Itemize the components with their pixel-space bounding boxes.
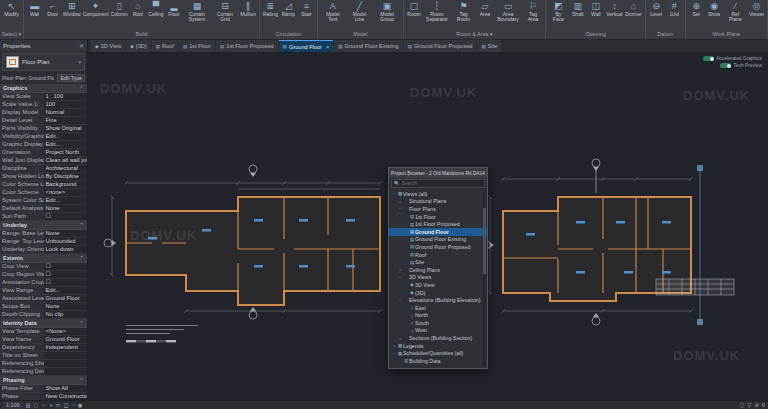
property-value[interactable]: Clean all wall joins [44,157,88,164]
edit-type-button[interactable]: Edit Type [57,74,85,82]
ref-plane-button[interactable]: ∕Ref Plane [724,1,747,23]
model-line-button[interactable]: ╱Model Line [347,1,373,23]
property-value[interactable]: Edit... [44,133,88,140]
property-value[interactable]: Normal [44,109,88,116]
sun-path-icon[interactable]: ☼ [41,401,46,409]
tree-item-east[interactable]: ⌂East [389,304,487,312]
property-value[interactable]: Edit... [44,287,88,294]
set-button[interactable]: ⊕Set [688,1,705,17]
property-section-header[interactable]: Graphics⌃ [0,84,87,93]
by-face-button[interactable]: ◩By Face [548,1,568,23]
property-section-header[interactable]: Phasing⌃ [0,376,87,385]
accelerated-graphics-toggle[interactable] [703,56,714,61]
tree-item-site[interactable]: ▤Site [389,258,487,266]
viewer-button[interactable]: ◎Viewer [748,1,765,17]
mullion-button[interactable]: ∥Mullion [239,1,256,17]
tree-item-structural-plans[interactable]: +Structural Plans [389,198,487,206]
tree-item--3d-[interactable]: ◆{3D} [389,289,487,297]
property-section-header[interactable]: Extents⌃ [0,254,87,263]
property-value[interactable]: 100 [44,101,88,108]
modify-button[interactable]: ↖Modify [3,1,20,17]
tree-item-views-all-[interactable]: −▦Views (all) [389,190,487,198]
view-tab-1st-floor-proposed[interactable]: ▤1st Floor Proposed [216,40,278,52]
property-section-header[interactable]: Identity Data⌃ [0,319,87,328]
property-value[interactable]: ☐ [44,279,88,286]
model-text-button[interactable]: AModel Text [320,1,346,23]
property-value[interactable] [44,352,88,359]
area-button[interactable]: ▱Area [476,1,493,17]
property-value[interactable]: Show Original [44,125,88,132]
curtain-grid-button[interactable]: ⊟Curtain Grid [211,1,238,23]
close-icon[interactable]: ✕ [79,42,84,49]
view-tab-3d-view[interactable]: ◆3D View [91,40,125,52]
wall-button[interactable]: ▬Wall [26,1,43,17]
component-button[interactable]: ✦Component [82,1,109,17]
tree-item-schedules-quantities-all-[interactable]: −▦Schedules/Quantities (all) [389,349,487,357]
stair-button[interactable]: ≡Stair [298,1,315,17]
property-value[interactable]: <none> [44,189,88,196]
room-button[interactable]: ▢Room [406,1,423,17]
property-value[interactable]: Unbounded [44,238,88,245]
exclude-options-icon[interactable]: ⊘ [754,401,759,409]
curtain-system-button[interactable]: ▦Curtain System [183,1,210,23]
scrollbar[interactable] [483,190,486,366]
property-value[interactable]: No clip [44,311,88,318]
property-value[interactable]: Ground Floor [44,336,88,343]
tag-area-button[interactable]: ⚐Tag Area [522,1,543,23]
tree-item-ground-floor-proposed[interactable]: ▤Ground Floor Proposed [389,243,487,251]
tree-item-1st-floor[interactable]: ▤1st Floor [389,213,487,221]
temporary-hide-icon[interactable]: ◔ [71,401,74,409]
vertical-button[interactable]: ↕Vertical [605,1,623,17]
project-browser-titlebar[interactable]: Project Browser - 2 Old Maidstone Rd DA1… [389,168,487,178]
area-boundary-button[interactable]: ▭Area Boundary [494,1,521,23]
level-button[interactable]: ⊖Level [648,1,665,17]
section-line[interactable] [697,165,703,325]
tree-item-3d-views[interactable]: −3D Views [389,274,487,282]
tree-item-sections-building-section-[interactable]: +Sections (Building Section) [389,334,487,342]
door-button[interactable]: ⌐Door [44,1,61,17]
property-value[interactable]: ☐ [44,263,88,270]
type-selector[interactable]: Floor Plan ▾ [2,53,85,71]
expander-icon[interactable]: − [397,275,403,280]
property-value[interactable]: Show All [44,385,88,392]
floor-plan-existing[interactable] [126,197,380,305]
view-tab-1st-floor[interactable]: ▤1st Floor [179,40,215,52]
property-value[interactable]: Background [44,181,88,188]
property-value[interactable] [44,360,88,367]
view-tab-ground-floor-existing[interactable]: ▤Ground Floor Existing [334,40,402,52]
roof-button[interactable]: ⌂Roof [129,1,146,17]
shaft-button[interactable]: ▥Shaft [569,1,586,17]
floor-button[interactable]: ▂Floor [165,1,182,17]
property-value[interactable]: ☐ [44,213,88,220]
property-value[interactable]: Edit... [44,197,88,204]
window-button[interactable]: ⊞Window [62,1,81,17]
tree-item-legends[interactable]: +▦Legends [389,342,487,350]
press-drag-icon[interactable]: ◻ [740,401,744,409]
column-button[interactable]: ▯Column [110,1,129,17]
property-value[interactable]: <None> [44,328,88,335]
shadows-icon[interactable]: ◑ [49,401,52,409]
tree-item-ceiling-plans[interactable]: +Ceiling Plans [389,266,487,274]
property-value[interactable]: None [44,303,88,310]
tree-item-west[interactable]: ⌂West [389,327,487,335]
expander-icon[interactable]: + [397,267,403,272]
property-value[interactable]: New Construction [44,393,88,400]
crop-region-icon[interactable]: ◫ [63,401,68,409]
view-tab-site[interactable]: ▤Site [477,40,501,52]
tree-item-south[interactable]: ⌂South [389,319,487,327]
view-scale-button[interactable]: 1:100 [3,401,23,409]
tree-item-floor-plans[interactable]: −Floor Plans [389,205,487,213]
grid-button[interactable]: #Grid [666,1,683,17]
detail-level-icon[interactable]: ▤ [26,401,31,409]
property-value[interactable]: 1 : 100 [44,93,88,100]
room-separator-button[interactable]: ┆Room Separator [424,1,451,23]
property-value[interactable]: Independent [44,344,88,351]
show-button[interactable]: ◉Show [706,1,723,17]
property-value[interactable]: None [44,205,88,212]
property-value[interactable]: Fine [44,117,88,124]
ramp-button[interactable]: ◿Ramp [280,1,297,17]
tree-item-1st-floor-proposed[interactable]: ▤1st Floor Proposed [389,220,487,228]
search-input[interactable] [402,181,482,186]
property-value[interactable]: None [44,230,88,237]
dormer-button[interactable]: ⌂Dormer [624,1,642,17]
